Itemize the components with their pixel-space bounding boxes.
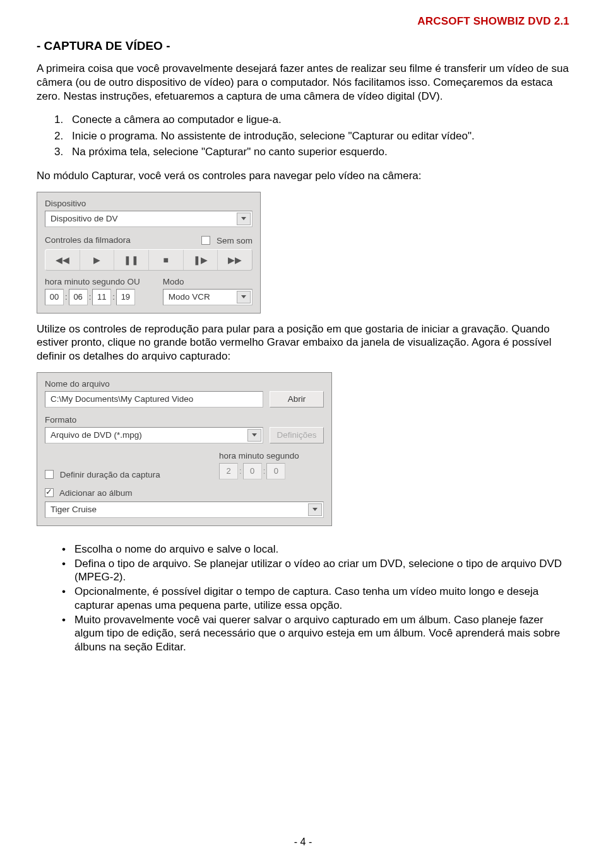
- duration-minute: 0: [243, 463, 262, 479]
- colon-icon: :: [111, 289, 116, 305]
- device-label: Dispositivo: [45, 199, 252, 208]
- timecode-group[interactable]: 00 : 06 : 11 : 19: [45, 289, 153, 305]
- stop-icon: ■: [163, 255, 169, 265]
- duration-checkbox[interactable]: [45, 470, 54, 479]
- device-value: Dispositivo de DV: [50, 214, 118, 223]
- rewind-button[interactable]: ◀◀: [45, 250, 80, 270]
- filename-label: Nome do arquivo: [45, 379, 324, 389]
- bullet-icon: •: [62, 585, 68, 613]
- playback-bar: ◀◀ ▶ ❚❚ ■ ❚▶ ▶▶: [45, 249, 252, 271]
- hms-label: hora minuto segundo: [219, 451, 324, 460]
- album-label: Adicionar ao álbum: [59, 488, 133, 498]
- list-item: • Defina o tipo de arquivo. Se planejar …: [62, 557, 569, 585]
- chevron-down-icon[interactable]: [247, 429, 261, 442]
- duration-label: Definir duração da captura: [60, 470, 160, 479]
- chevron-down-icon[interactable]: [237, 213, 251, 225]
- open-button[interactable]: Abrir: [270, 391, 324, 408]
- chevron-down-icon[interactable]: [237, 291, 251, 303]
- duration-hour: 2: [219, 463, 238, 479]
- step-3: 3. Na próxima tela, selecione "Capturar"…: [54, 144, 569, 160]
- bullet-icon: •: [62, 542, 68, 556]
- step-button[interactable]: ❚▶: [184, 250, 218, 270]
- bullets-list: • Escolha o nome do arquivo e salve o lo…: [62, 542, 569, 654]
- capture-settings-panel: Nome do arquivo C:\My Documents\My Captu…: [37, 372, 332, 526]
- timecode-label: hora minuto segundo OU: [45, 277, 153, 286]
- mode-dropdown[interactable]: Modo VCR: [163, 289, 252, 305]
- pause-icon: ❚❚: [124, 255, 139, 265]
- list-item: • Opcionalmente, é possível digitar o te…: [62, 585, 569, 613]
- filename-field[interactable]: C:\My Documents\My Captured Video: [45, 391, 263, 408]
- duration-second: 0: [266, 463, 285, 479]
- device-dropdown[interactable]: Dispositivo de DV: [45, 211, 252, 227]
- colon-icon: :: [262, 463, 267, 479]
- colon-icon: :: [88, 289, 93, 305]
- step-number: 2.: [54, 128, 66, 144]
- bullet-text: Opcionalmente, é possível digitar o temp…: [74, 585, 569, 613]
- mute-checkbox-wrap[interactable]: Sem som: [201, 235, 252, 245]
- step-text: Na próxima tela, selecione "Capturar" no…: [72, 144, 388, 160]
- bullet-text: Muito provavelmente você vai querer salv…: [74, 613, 569, 654]
- capture-controls-panel: Dispositivo Dispositivo de DV Controles …: [37, 192, 261, 314]
- album-value: Tiger Cruise: [50, 505, 97, 514]
- colon-icon: :: [238, 463, 243, 479]
- time-frame[interactable]: 19: [116, 289, 135, 305]
- bullet-icon: •: [62, 613, 68, 654]
- definitions-button: Definições: [270, 427, 324, 443]
- duration-checkbox-wrap[interactable]: Definir duração da captura: [45, 469, 206, 479]
- play-icon: ▶: [93, 255, 100, 265]
- time-hour[interactable]: 00: [45, 289, 64, 305]
- fast-forward-button[interactable]: ▶▶: [218, 250, 252, 270]
- step-text: Conecte a câmera ao computador e ligue-a…: [72, 112, 282, 128]
- step-2: 2. Inicie o programa. No assistente de i…: [54, 128, 569, 144]
- play-button[interactable]: ▶: [80, 250, 115, 270]
- mute-label: Sem som: [217, 236, 252, 245]
- after-steps-paragraph: No módulo Capturar, você verá os control…: [37, 169, 569, 183]
- mode-label: Modo: [163, 277, 252, 286]
- bullet-text: Defina o tipo de arquivo. Se planejar ut…: [74, 557, 569, 585]
- format-dropdown[interactable]: Arquivo de DVD (*.mpg): [45, 427, 263, 443]
- album-dropdown[interactable]: Tiger Cruise: [45, 501, 324, 518]
- bullet-icon: •: [62, 557, 68, 585]
- mid-paragraph: Utilize os controles de reprodução para …: [37, 322, 569, 363]
- rewind-icon: ◀◀: [56, 255, 69, 265]
- mute-checkbox[interactable]: [201, 236, 210, 245]
- page-header-product: ARCSOFT SHOWBIZ DVD 2.1: [37, 15, 569, 28]
- bullet-text: Escolha o nome do arquivo e salve o loca…: [74, 542, 278, 556]
- duration-time-group: 2 : 0 : 0: [219, 463, 324, 479]
- time-second[interactable]: 11: [92, 289, 111, 305]
- time-minute[interactable]: 06: [69, 289, 88, 305]
- album-checkbox-wrap[interactable]: Adicionar ao álbum: [45, 487, 324, 498]
- step-number: 3.: [54, 144, 66, 160]
- intro-paragraph: A primeira coisa que você provavelmente …: [37, 62, 569, 103]
- page-number: - 4 -: [0, 836, 606, 848]
- stop-button[interactable]: ■: [149, 250, 184, 270]
- list-item: • Escolha o nome do arquivo e salve o lo…: [62, 542, 569, 556]
- format-label: Formato: [45, 415, 324, 425]
- mode-value: Modo VCR: [169, 292, 210, 302]
- steps-list: 1. Conecte a câmera ao computador e ligu…: [54, 112, 569, 160]
- section-title: - CAPTURA DE VÍDEO -: [37, 39, 569, 53]
- pause-button[interactable]: ❚❚: [114, 250, 149, 270]
- step-icon: ❚▶: [193, 255, 208, 265]
- step-1: 1. Conecte a câmera ao computador e ligu…: [54, 112, 569, 128]
- album-checkbox[interactable]: [45, 488, 54, 497]
- camcorder-controls-label: Controles da filmadora: [45, 235, 131, 245]
- colon-icon: :: [64, 289, 69, 305]
- chevron-down-icon[interactable]: [308, 503, 322, 516]
- filename-value: C:\My Documents\My Captured Video: [50, 394, 193, 404]
- list-item: • Muito provavelmente você vai querer sa…: [62, 613, 569, 654]
- step-text: Inicie o programa. No assistente de intr…: [72, 128, 475, 144]
- format-value: Arquivo de DVD (*.mpg): [50, 430, 142, 440]
- fast-forward-icon: ▶▶: [228, 255, 242, 265]
- step-number: 1.: [54, 112, 66, 128]
